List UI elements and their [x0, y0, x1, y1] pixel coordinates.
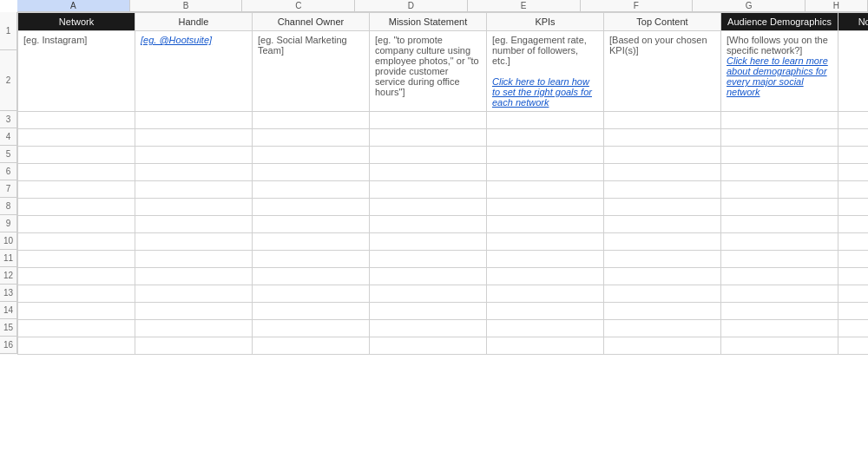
cell-8-g[interactable]	[721, 199, 838, 216]
cell-9-f[interactable]	[604, 216, 721, 233]
cell-6-f[interactable]	[604, 164, 721, 181]
cell-3-h[interactable]	[838, 112, 869, 129]
cell-12-g[interactable]	[721, 268, 838, 285]
cell-10-b[interactable]	[135, 233, 253, 251]
cell-11-b[interactable]	[135, 251, 253, 268]
cell-4-c[interactable]	[253, 129, 370, 147]
cell-5-g[interactable]	[721, 147, 838, 164]
cell-15-b[interactable]	[135, 320, 253, 337]
cell-15-f[interactable]	[604, 320, 721, 337]
cell-10-g[interactable]	[721, 233, 838, 251]
cell-9-d[interactable]	[370, 216, 487, 233]
cell-10-f[interactable]	[604, 233, 721, 251]
cell-16-f[interactable]	[604, 337, 721, 355]
cell-11-e[interactable]	[487, 251, 604, 268]
cell-9-b[interactable]	[135, 216, 253, 233]
cell-3-b[interactable]	[135, 112, 253, 129]
cell-10-d[interactable]	[370, 233, 487, 251]
example-kpis-cell[interactable]: [eg. Engagement rate, number of follower…	[487, 31, 604, 112]
cell-15-h[interactable]	[838, 320, 869, 337]
cell-8-h[interactable]	[838, 199, 869, 216]
cell-11-d[interactable]	[370, 251, 487, 268]
cell-13-h[interactable]	[838, 285, 869, 303]
cell-6-d[interactable]	[370, 164, 487, 181]
cell-3-a[interactable]	[18, 112, 135, 129]
cell-12-d[interactable]	[370, 268, 487, 285]
cell-8-a[interactable]	[18, 199, 135, 216]
cell-5-b[interactable]	[135, 147, 253, 164]
cell-10-h[interactable]	[838, 233, 869, 251]
cell-10-c[interactable]	[253, 233, 370, 251]
cell-6-g[interactable]	[721, 164, 838, 181]
cell-6-a[interactable]	[18, 164, 135, 181]
cell-16-a[interactable]	[18, 337, 135, 355]
cell-16-e[interactable]	[487, 337, 604, 355]
cell-11-h[interactable]	[838, 251, 869, 268]
cell-14-d[interactable]	[370, 303, 487, 320]
cell-15-d[interactable]	[370, 320, 487, 337]
cell-11-c[interactable]	[253, 251, 370, 268]
cell-10-a[interactable]	[18, 233, 135, 251]
example-handle-link[interactable]: [eg. @Hootsuite]	[141, 35, 212, 45]
cell-7-g[interactable]	[721, 181, 838, 199]
example-top-content-cell[interactable]: [Based on your chosen KPI(s)]	[604, 31, 721, 112]
cell-4-h[interactable]	[838, 129, 869, 147]
cell-12-a[interactable]	[18, 268, 135, 285]
cell-16-b[interactable]	[135, 337, 253, 355]
cell-14-f[interactable]	[604, 303, 721, 320]
example-audience-cell[interactable]: [Who follows you on the specific network…	[721, 31, 838, 112]
cell-4-b[interactable]	[135, 129, 253, 147]
cell-14-h[interactable]	[838, 303, 869, 320]
cell-5-a[interactable]	[18, 147, 135, 164]
example-channel-owner-cell[interactable]: [eg. Social Marketing Team]	[253, 31, 370, 112]
cell-8-b[interactable]	[135, 199, 253, 216]
cell-15-g[interactable]	[721, 320, 838, 337]
cell-9-a[interactable]	[18, 216, 135, 233]
cell-8-d[interactable]	[370, 199, 487, 216]
cell-5-c[interactable]	[253, 147, 370, 164]
cell-14-a[interactable]	[18, 303, 135, 320]
cell-3-d[interactable]	[370, 112, 487, 129]
cell-4-a[interactable]	[18, 129, 135, 147]
cell-13-e[interactable]	[487, 285, 604, 303]
cell-5-d[interactable]	[370, 147, 487, 164]
cell-6-c[interactable]	[253, 164, 370, 181]
cell-14-b[interactable]	[135, 303, 253, 320]
cell-7-c[interactable]	[253, 181, 370, 199]
cell-13-f[interactable]	[604, 285, 721, 303]
cell-7-h[interactable]	[838, 181, 869, 199]
cell-8-c[interactable]	[253, 199, 370, 216]
cell-13-c[interactable]	[253, 285, 370, 303]
cell-16-c[interactable]	[253, 337, 370, 355]
cell-7-b[interactable]	[135, 181, 253, 199]
cell-15-a[interactable]	[18, 320, 135, 337]
cell-14-e[interactable]	[487, 303, 604, 320]
example-notes-cell[interactable]	[838, 31, 869, 112]
cell-3-e[interactable]	[487, 112, 604, 129]
cell-15-c[interactable]	[253, 320, 370, 337]
cell-9-e[interactable]	[487, 216, 604, 233]
cell-16-d[interactable]	[370, 337, 487, 355]
cell-3-g[interactable]	[721, 112, 838, 129]
cell-14-g[interactable]	[721, 303, 838, 320]
cell-12-f[interactable]	[604, 268, 721, 285]
cell-13-a[interactable]	[18, 285, 135, 303]
cell-7-e[interactable]	[487, 181, 604, 199]
example-network-cell[interactable]: [eg. Instagram]	[18, 31, 135, 112]
cell-4-g[interactable]	[721, 129, 838, 147]
cell-4-d[interactable]	[370, 129, 487, 147]
cell-5-h[interactable]	[838, 147, 869, 164]
cell-16-g[interactable]	[721, 337, 838, 355]
cell-9-c[interactable]	[253, 216, 370, 233]
cell-12-c[interactable]	[253, 268, 370, 285]
cell-8-f[interactable]	[604, 199, 721, 216]
cell-6-b[interactable]	[135, 164, 253, 181]
cell-9-g[interactable]	[721, 216, 838, 233]
cell-4-f[interactable]	[604, 129, 721, 147]
cell-16-h[interactable]	[838, 337, 869, 355]
example-handle-cell[interactable]: [eg. @Hootsuite]	[135, 31, 253, 112]
cell-5-e[interactable]	[487, 147, 604, 164]
cell-13-b[interactable]	[135, 285, 253, 303]
cell-9-h[interactable]	[838, 216, 869, 233]
cell-3-f[interactable]	[604, 112, 721, 129]
